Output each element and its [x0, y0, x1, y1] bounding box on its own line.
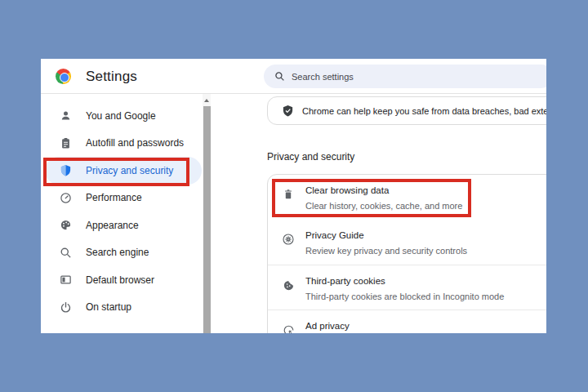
sidebar-item-label: You and Google [86, 110, 156, 122]
privacy-shield-icon [59, 164, 72, 177]
performance-icon [59, 191, 72, 204]
trash-icon [282, 188, 295, 201]
row-subtitle: Review key privacy and security controls [305, 244, 546, 257]
section-title: Privacy and security [267, 151, 354, 163]
safety-shield-check-icon [282, 105, 294, 117]
default-browser-icon [59, 274, 72, 287]
privacy-guide-icon [282, 233, 295, 246]
power-icon [59, 301, 72, 314]
settings-window: Settings Search settings You and Google [41, 59, 546, 333]
search-engine-icon [59, 246, 72, 259]
sidebar-item-performance[interactable]: Performance [41, 185, 211, 212]
sidebar-item-label: Autofill and passwords [86, 137, 184, 149]
sidebar-item-default-browser[interactable]: Default browser [41, 266, 211, 294]
safety-banner-text: Chrome can help keep you safe from data … [302, 106, 546, 116]
row-clear-browsing-data[interactable]: Clear browsing data Clear history, cooki… [268, 175, 546, 220]
row-ad-privacy[interactable]: Ad privacy [268, 310, 546, 333]
row-subtitle: Clear history, cookies, cache, and more [305, 199, 546, 212]
row-third-party-cookies[interactable]: Third-party cookies Third-party cookies … [268, 265, 546, 310]
desktop-background: Settings Search settings You and Google [0, 0, 588, 392]
row-title: Third-party cookies [305, 274, 546, 287]
sidebar-item-on-startup[interactable]: On startup [41, 294, 211, 322]
settings-header: Settings Search settings [41, 59, 546, 94]
scrollbar-thumb[interactable] [203, 106, 211, 333]
search-icon [274, 71, 285, 82]
row-title: Clear browsing data [305, 184, 546, 197]
sidebar-item-label: Appearance [86, 220, 139, 231]
row-title: Privacy Guide [305, 229, 546, 242]
autofill-icon [59, 136, 72, 149]
sidebar-item-search-engine[interactable]: Search engine [41, 239, 211, 267]
sidebar-item-label: Default browser [86, 274, 154, 286]
sidebar-item-label: On startup [86, 301, 131, 313]
privacy-settings-card: Clear browsing data Clear history, cooki… [267, 174, 546, 333]
page-title: Settings [86, 59, 137, 94]
row-title: Ad privacy [305, 319, 546, 332]
sidebar-item-label: Privacy and security [86, 165, 173, 176]
sidebar-nav: You and Google Autofill and passwords [41, 94, 211, 333]
sidebar-scrollbar[interactable] [203, 94, 211, 333]
sidebar-item-autofill[interactable]: Autofill and passwords [41, 130, 211, 158]
sidebar-item-label: Performance [86, 192, 142, 203]
appearance-icon [59, 219, 72, 232]
main-content: Chrome can help keep you safe from data … [211, 94, 546, 333]
cookie-icon [282, 278, 295, 292]
search-input[interactable]: Search settings [264, 65, 546, 88]
row-subtitle: Third-party cookies are blocked in Incog… [305, 290, 546, 303]
chrome-logo-icon [56, 69, 71, 84]
sidebar-item-you-and-google[interactable]: You and Google [41, 102, 211, 130]
sidebar-item-label: Search engine [86, 247, 149, 258]
row-privacy-guide[interactable]: Privacy Guide Review key privacy and sec… [268, 220, 546, 265]
safety-check-banner[interactable]: Chrome can help keep you safe from data … [267, 96, 546, 125]
person-icon [59, 109, 72, 122]
search-placeholder: Search settings [292, 72, 354, 82]
scrollbar-up-arrow-icon[interactable] [203, 96, 211, 105]
ad-privacy-icon [282, 323, 295, 333]
sidebar-item-appearance[interactable]: Appearance [41, 212, 211, 239]
sidebar-item-privacy-and-security[interactable]: Privacy and security [45, 157, 202, 185]
